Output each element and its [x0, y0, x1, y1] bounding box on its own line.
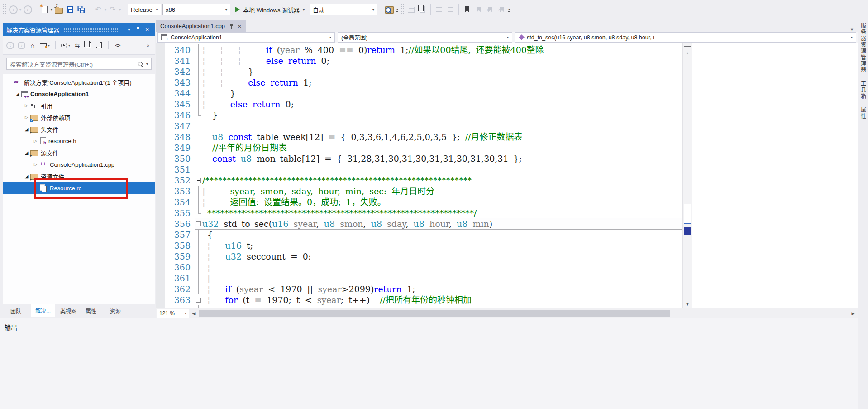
tree-item[interactable]: ▷引用: [3, 100, 155, 111]
collapse-all-button[interactable]: [85, 41, 92, 50]
vertical-scrollbar[interactable]: ▲ ▼: [682, 43, 692, 308]
breakpoint-margin[interactable]: [156, 175, 165, 186]
breakpoint-margin[interactable]: [156, 262, 165, 273]
tree-item[interactable]: ▷resource.h: [3, 135, 155, 147]
close-icon[interactable]: ✕: [143, 27, 152, 33]
horizontal-scrollbar-track[interactable]: [198, 308, 849, 318]
bottom-tab[interactable]: 属性...: [81, 304, 105, 317]
bottom-tab[interactable]: 类视图: [56, 304, 81, 317]
expander-expanded-icon[interactable]: ◢: [23, 150, 30, 155]
previous-bookmark-button[interactable]: ◂: [473, 4, 483, 15]
se-forward-button[interactable]: ›: [18, 41, 25, 50]
breakpoint-margin[interactable]: [156, 77, 165, 88]
navigate-forward-button[interactable]: ›: [23, 4, 33, 15]
tree-item[interactable]: ◢资源文件: [3, 170, 155, 182]
tree-item[interactable]: ◢头文件: [3, 123, 155, 135]
search-options-caret-icon[interactable]: ▾: [146, 62, 148, 66]
project-dropdown[interactable]: ConsoleApplication1 ▾: [157, 32, 335, 43]
close-icon[interactable]: ×: [238, 23, 242, 29]
search-icon[interactable]: [138, 62, 143, 66]
breakpoint-margin[interactable]: [156, 99, 165, 110]
step-over-button[interactable]: [406, 4, 416, 15]
pin-icon[interactable]: [134, 26, 143, 33]
code-editor[interactable]: 340¦ ¦ ¦ if (year % 400 == 0)return 1;//…: [156, 43, 858, 308]
member-dropdown[interactable]: std_to_sec(u16 syear, u8 smon, u8 sday, …: [515, 32, 856, 43]
output-panel[interactable]: 输出: [0, 318, 858, 409]
fold-collapse-icon[interactable]: [195, 175, 202, 186]
toolbar-grip[interactable]: [3, 4, 6, 15]
breakpoint-margin[interactable]: [156, 120, 165, 131]
breakpoint-margin[interactable]: [156, 142, 165, 153]
scroll-up-icon[interactable]: ▲: [683, 51, 692, 55]
breakpoint-margin[interactable]: [156, 88, 165, 99]
show-all-files-button[interactable]: [95, 41, 103, 50]
tree-item[interactable]: Resource.rc: [3, 182, 155, 194]
side-tab[interactable]: 工具箱: [859, 81, 867, 100]
search-input[interactable]: 搜索解决方案资源管理器(Ctrl+;) ▾: [6, 58, 152, 70]
scroll-down-icon[interactable]: ▼: [683, 302, 692, 307]
breakpoint-margin[interactable]: [156, 66, 165, 77]
horizontal-scrollbar-thumb[interactable]: [199, 310, 670, 317]
undo-caret-icon[interactable]: ▾: [105, 8, 106, 12]
bottom-tab[interactable]: 解决...: [31, 304, 55, 317]
decrease-indent-button[interactable]: [434, 4, 444, 15]
scroll-left-icon[interactable]: ◀: [189, 311, 198, 316]
start-debug-button[interactable]: 本地 Windows 调试器▾: [232, 4, 308, 15]
tree-item[interactable]: 解决方案“ConsoleApplication1”(1 个项目): [3, 76, 155, 88]
breakpoint-margin[interactable]: [156, 284, 165, 294]
new-file-button[interactable]: [39, 4, 49, 15]
expander-expanded-icon[interactable]: ◢: [23, 174, 30, 179]
save-button[interactable]: [65, 4, 75, 15]
zoom-level-dropdown[interactable]: 121 % ▾: [157, 309, 189, 318]
attach-caret-icon[interactable]: ▾: [396, 8, 398, 12]
expander-collapsed-icon[interactable]: ▷: [32, 162, 39, 167]
breakpoint-margin[interactable]: [156, 44, 165, 55]
breakpoint-margin[interactable]: [156, 251, 165, 262]
scope-dropdown[interactable]: (全局范围) ▾: [338, 32, 512, 43]
bookmark-caret-icon[interactable]: ▾: [508, 8, 510, 12]
breakpoint-margin[interactable]: [156, 164, 165, 175]
document-tab[interactable]: ConsoleApplication1.cpp ×: [156, 20, 246, 32]
expander-expanded-icon[interactable]: ◢: [14, 91, 21, 96]
vertical-scrollbar-thumb[interactable]: [684, 204, 691, 224]
save-all-button[interactable]: [76, 4, 86, 15]
breakpoint-margin[interactable]: [156, 153, 165, 164]
clear-bookmarks-button[interactable]: ✕: [496, 4, 506, 15]
breakpoint-margin[interactable]: [156, 186, 165, 197]
attach-to-process-button[interactable]: [384, 4, 394, 15]
home-button[interactable]: ⌂: [29, 41, 36, 50]
se-back-button[interactable]: ‹: [6, 41, 14, 50]
tree-item[interactable]: ▷外部依赖项: [3, 111, 155, 123]
navigate-back-button[interactable]: ‹: [8, 4, 18, 15]
scroll-right-icon[interactable]: ▶: [849, 311, 858, 316]
fold-collapse-icon[interactable]: [195, 218, 202, 229]
toolbar-grip[interactable]: [401, 4, 404, 15]
breakpoint-margin[interactable]: [156, 207, 165, 218]
increase-indent-button[interactable]: [445, 4, 455, 15]
fold-collapse-icon[interactable]: [195, 294, 202, 305]
next-bookmark-button[interactable]: ▸: [485, 4, 495, 15]
platform-dropdown[interactable]: x86▾: [162, 4, 230, 15]
pending-changes-filter-button[interactable]: ▾: [61, 41, 70, 50]
new-file-caret-icon[interactable]: ▾: [51, 8, 52, 12]
switch-views-button[interactable]: ▾: [40, 41, 50, 50]
breakpoint-margin[interactable]: [156, 240, 165, 251]
redo-caret-icon[interactable]: ▾: [119, 8, 121, 12]
breakpoint-margin[interactable]: [156, 110, 165, 120]
toggle-bookmark-button[interactable]: [462, 4, 472, 15]
mode-dropdown[interactable]: 自动▾: [310, 4, 377, 15]
pin-icon[interactable]: [229, 23, 234, 29]
breakpoint-margin[interactable]: [156, 131, 165, 142]
bottom-tab[interactable]: 团队...: [6, 304, 30, 317]
expander-collapsed-icon[interactable]: ▷: [32, 139, 39, 143]
expander-collapsed-icon[interactable]: ▷: [23, 103, 30, 108]
toolbar-overflow-button[interactable]: »: [144, 41, 152, 50]
sync-with-active-document-button[interactable]: ⇆: [74, 41, 81, 50]
breakpoint-margin[interactable]: [156, 218, 165, 229]
redo-button[interactable]: ↷: [108, 4, 118, 15]
view-code-button[interactable]: <>: [114, 41, 121, 50]
breakpoint-margin[interactable]: [156, 197, 165, 207]
solution-explorer-titlebar[interactable]: 解决方案资源管理器 ▾ ✕: [3, 23, 155, 36]
tab-overflow-caret-icon[interactable]: ▼: [850, 27, 858, 32]
bottom-tab[interactable]: 资源...: [106, 304, 129, 317]
